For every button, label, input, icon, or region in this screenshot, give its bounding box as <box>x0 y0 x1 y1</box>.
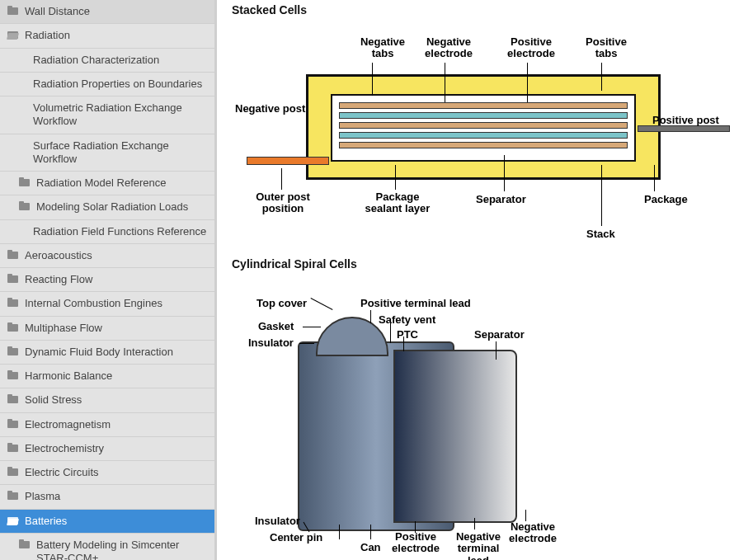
tree-item-radiation-characterization[interactable]: Radiation Characterization <box>0 49 214 73</box>
folder-closed-icon <box>18 177 31 189</box>
label-negative-electrode-cyl: Negative electrode <box>504 521 562 545</box>
tree-item-electric-circuits[interactable]: Electric Circuits <box>0 461 214 485</box>
folder-open-icon <box>7 515 20 527</box>
folder-closed-icon <box>7 274 20 285</box>
tree-item-battery-modeling-in-simcenter-star-ccm[interactable]: Battery Modeling in Simcenter STAR-CCM+ <box>0 534 214 560</box>
label-positive-electrode: Positive electrode <box>502 36 560 60</box>
label-package: Package <box>644 193 688 205</box>
label-safety-vent: Safety vent <box>379 313 435 326</box>
tree-item-label: Plasma <box>25 490 211 503</box>
label-positive-terminal-lead: Positive terminal lead <box>360 297 471 309</box>
folder-closed-icon <box>7 346 20 358</box>
label-negative-terminal-lead: Negative terminal lead <box>449 531 507 560</box>
tree-item-label: Modeling Solar Radiation Loads <box>36 200 211 214</box>
tree-item-label: Radiation Field Functions Reference <box>33 225 211 238</box>
folder-closed-icon <box>18 201 31 213</box>
cylindrical-cells-heading: Cylindrical Spiral Cells <box>232 257 745 271</box>
tree-item-label: Internal Combustion Engines <box>25 297 211 310</box>
folder-closed-icon <box>7 491 20 502</box>
label-positive-post: Positive post <box>652 114 719 126</box>
label-separator: Separator <box>476 193 526 205</box>
tree-item-radiation-properties-on-boundaries[interactable]: Radiation Properties on Boundaries <box>0 73 214 96</box>
folder-closed-icon <box>7 370 20 382</box>
label-positive-electrode-cyl: Positive electrode <box>387 531 445 555</box>
label-ptc: PTC <box>397 328 418 341</box>
label-top-cover: Top cover <box>256 297 307 309</box>
tree-item-label: Radiation Model Reference <box>36 176 211 190</box>
tree-item-reacting-flow[interactable]: Reacting Flow <box>0 268 214 292</box>
tree-item-solid-stress[interactable]: Solid Stress <box>0 388 214 412</box>
tree-item-electrochemistry[interactable]: Electrochemistry <box>0 437 214 461</box>
folder-closed-icon <box>7 6 20 17</box>
folder-closed-icon <box>7 250 20 261</box>
tree-item-label: Electromagnetism <box>25 418 211 431</box>
tree-item-aeroacoustics[interactable]: Aeroacoustics <box>0 244 214 268</box>
cylindrical-cells-diagram: Top cover Positive terminal lead Safety … <box>232 277 735 560</box>
label-outer-post-position: Outer post position <box>252 191 314 215</box>
tree-item-radiation-model-reference[interactable]: Radiation Model Reference <box>0 172 214 195</box>
tree-item-label: Aeroacoustics <box>25 249 211 262</box>
tree-item-modeling-solar-radiation-loads[interactable]: Modeling Solar Radiation Loads <box>0 195 214 219</box>
content-pane: Stacked Cells Negative post Negative tab… <box>217 0 753 560</box>
folder-closed-icon <box>18 539 31 551</box>
tree-item-plasma[interactable]: Plasma <box>0 485 214 509</box>
tree-item-internal-combustion-engines[interactable]: Internal Combustion Engines <box>0 292 214 316</box>
tree-item-label: Surface Radiation Exchange Workflow <box>33 139 211 167</box>
tree-item-label: Battery Modeling in Simcenter STAR-CCM+ <box>36 539 211 560</box>
label-negative-post: Negative post <box>235 102 305 115</box>
tree-item-label: Wall Distance <box>25 5 211 18</box>
label-gasket: Gasket <box>258 320 294 332</box>
stacked-cells-diagram: Negative post Negative tabs Negative ele… <box>232 23 735 254</box>
folder-closed-icon <box>7 467 20 478</box>
tree-item-label: Reacting Flow <box>25 273 211 286</box>
label-separator-cyl: Separator <box>474 328 525 341</box>
tree-item-label: Solid Stress <box>25 393 211 407</box>
folder-closed-icon <box>7 394 20 406</box>
folder-closed-icon <box>7 419 20 431</box>
tree-item-electromagnetism[interactable]: Electromagnetism <box>0 413 214 437</box>
label-negative-tabs: Negative tabs <box>354 36 412 60</box>
tree-item-radiation-field-functions-reference[interactable]: Radiation Field Functions Reference <box>0 220 214 244</box>
folder-closed-icon <box>7 322 20 334</box>
label-package-sealant-layer: Package sealant layer <box>360 191 435 215</box>
tree-item-label: Volumetric Radiation Exchange Workflow <box>33 101 211 129</box>
stacked-cells-heading: Stacked Cells <box>232 3 745 16</box>
tree-item-label: Dynamic Fluid Body Interaction <box>25 346 211 359</box>
tree-item-label: Radiation Properties on Boundaries <box>33 78 211 91</box>
tree-item-label: Multiphase Flow <box>25 322 211 335</box>
tree-item-radiation[interactable]: Radiation <box>0 24 214 48</box>
tree-item-multiphase-flow[interactable]: Multiphase Flow <box>0 317 214 341</box>
folder-closed-icon <box>7 298 20 309</box>
label-center-pin: Center pin <box>270 531 322 544</box>
tree-item-label: Harmonic Balance <box>25 369 211 383</box>
tree-item-batteries[interactable]: Batteries <box>0 510 214 534</box>
tree-item-label: Batteries <box>25 515 211 528</box>
folder-open-icon <box>7 30 20 41</box>
label-stack: Stack <box>586 228 615 240</box>
tree-item-label: Radiation <box>25 29 211 42</box>
tree-item-dynamic-fluid-body-interaction[interactable]: Dynamic Fluid Body Interaction <box>0 341 214 365</box>
label-insulator-top: Insulator <box>248 336 294 349</box>
tree-item-volumetric-radiation-exchange-workflow[interactable]: Volumetric Radiation Exchange Workflow <box>0 96 214 134</box>
tree-item-harmonic-balance[interactable]: Harmonic Balance <box>0 365 214 388</box>
navigation-tree[interactable]: Wall DistanceRadiationRadiation Characte… <box>0 0 217 560</box>
tree-item-surface-radiation-exchange-workflow[interactable]: Surface Radiation Exchange Workflow <box>0 134 214 172</box>
tree-item-wall-distance[interactable]: Wall Distance <box>0 0 214 24</box>
tree-item-label: Radiation Characterization <box>33 54 211 67</box>
tree-item-label: Electrochemistry <box>25 442 211 455</box>
folder-closed-icon <box>7 443 20 454</box>
tree-item-label: Electric Circuits <box>25 466 211 479</box>
label-positive-tabs: Positive tabs <box>581 36 631 60</box>
label-negative-electrode: Negative electrode <box>420 36 478 60</box>
label-can: Can <box>360 541 381 553</box>
label-insulator-bottom: Insulator <box>255 515 300 527</box>
